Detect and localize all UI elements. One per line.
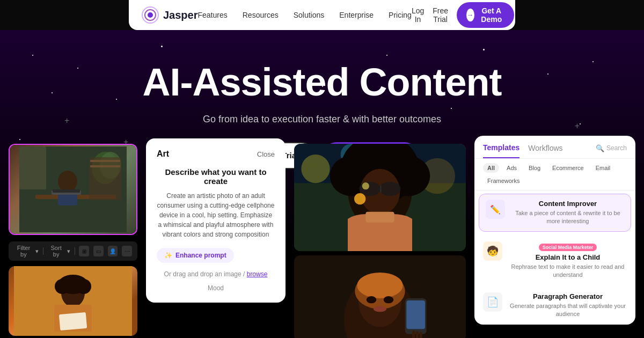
cards-row: Filter by ▾ Sort by ▾ ⊞ ▭ 👤 ⋯	[0, 144, 644, 338]
filter-blog[interactable]: Blog	[524, 163, 545, 173]
grid-icon[interactable]: ⊞	[79, 246, 89, 256]
svg-rect-12	[90, 160, 120, 162]
templates-header: Templates Workflows 🔍 Search	[474, 136, 635, 159]
navbar: Jasper Features Resources Solutions Ente…	[129, 0, 515, 30]
svg-point-46	[367, 296, 377, 303]
svg-point-45	[357, 273, 402, 298]
login-button[interactable]: Log In	[412, 6, 424, 24]
art-card-title: Art	[157, 149, 169, 159]
enhance-prompt-button[interactable]: ✨ Enhance prompt	[157, 248, 234, 263]
svg-point-47	[384, 296, 394, 303]
svg-point-20	[55, 279, 70, 294]
search-area[interactable]: 🔍 Search	[596, 144, 627, 158]
center-photo-woman-afro	[294, 144, 466, 251]
social-media-badge: Social Media Marketer	[539, 244, 597, 251]
svg-rect-13	[90, 165, 120, 167]
templates-panel: Templates Workflows 🔍 Search All Ads Blo…	[474, 136, 635, 325]
svg-rect-10	[53, 189, 80, 193]
svg-point-48	[374, 306, 386, 312]
template-explain-child[interactable]: 🧒 Social Media Marketer Explain It to a …	[474, 235, 635, 286]
svg-rect-39	[365, 212, 394, 223]
svg-rect-50	[406, 300, 425, 329]
center-photo-woman-phone	[294, 255, 466, 338]
nav-resources[interactable]: Resources	[243, 11, 279, 19]
hero-title: AI-Assisted Content	[0, 62, 644, 103]
filter-bar: All Ads Blog Ecommerce Email Frameworks	[474, 159, 635, 190]
svg-rect-11	[89, 157, 121, 200]
hero-section: + + + + + + AI-Assisted Content Go from …	[0, 30, 644, 338]
calendar-icon[interactable]: ▭	[93, 246, 104, 256]
paragraph-template-icon: 📄	[483, 292, 502, 312]
more-icon[interactable]: ⋯	[122, 246, 132, 256]
svg-point-38	[354, 193, 365, 204]
template-explain-child-text: Social Media Marketer Explain It to a Ch…	[509, 241, 627, 280]
toolbar-divider-1	[43, 247, 43, 255]
photo-toolbar: Filter by ▾ Sort by ▾ ⊞ ▭ 👤 ⋯	[9, 241, 137, 261]
arrow-icon: →	[466, 9, 474, 21]
wand-icon: ✨	[164, 252, 172, 259]
art-card-header: Art Close	[157, 149, 275, 159]
filter-all[interactable]: All	[483, 163, 499, 173]
logo[interactable]: Jasper	[142, 6, 198, 24]
free-trial-nav-button[interactable]: Free Trial	[433, 6, 448, 24]
svg-point-35	[379, 182, 401, 196]
art-card-mood-label: Mood	[157, 284, 275, 292]
tab-workflows[interactable]: Workflows	[528, 144, 562, 158]
stock-photo-woman-img	[9, 266, 137, 336]
search-icon: 🔍	[596, 144, 604, 152]
stock-column: Filter by ▾ Sort by ▾ ⊞ ▭ 👤 ⋯	[9, 144, 137, 336]
svg-rect-22	[59, 312, 87, 330]
navbar-actions: Log In Free Trial → Get A Demo	[412, 2, 514, 28]
svg-rect-14	[19, 146, 46, 189]
svg-point-21	[76, 279, 91, 294]
svg-point-2	[148, 12, 153, 18]
nav-solutions[interactable]: Solutions	[294, 11, 325, 19]
filter-email[interactable]: Email	[591, 163, 615, 173]
toolbar-divider-2	[75, 247, 75, 255]
template-paragraph-text: Paragraph Generator Generate paragraphs …	[509, 292, 627, 319]
browse-link[interactable]: browse	[247, 270, 268, 278]
center-photos	[294, 144, 466, 338]
stock-photo-man	[9, 144, 137, 235]
drag-drop-area[interactable]: Or drag and drop an image / browse	[157, 270, 275, 278]
stock-photo-woman	[9, 266, 137, 336]
hero-subtitle: Go from idea to execution faster & with …	[0, 114, 644, 125]
wand-template-icon: ✏️	[486, 200, 505, 219]
nav-features[interactable]: Features	[198, 11, 228, 19]
logo-text: Jasper	[163, 9, 198, 21]
filter-ads[interactable]: Ads	[502, 163, 521, 173]
nav-pricing[interactable]: Pricing	[389, 11, 412, 19]
get-demo-nav-button[interactable]: → Get A Demo	[457, 2, 514, 28]
svg-rect-36	[380, 185, 382, 192]
art-card: Art Close Describe what you want to crea…	[146, 138, 286, 303]
user-icon[interactable]: 👤	[108, 246, 118, 256]
navbar-links: Features Resources Solutions Enterprise …	[198, 11, 412, 19]
template-content-improver-text: Content Improver Take a piece of content…	[511, 200, 624, 226]
svg-point-7	[58, 171, 77, 192]
template-paragraph-generator[interactable]: 📄 Paragraph Generator Generate paragraph…	[474, 286, 635, 325]
art-prompt-label: Describe what you want to create	[157, 167, 275, 186]
filter-frameworks[interactable]: Frameworks	[483, 176, 524, 186]
art-prompt-text: Create an artistic photo of an adult con…	[157, 191, 275, 239]
template-content-improver[interactable]: ✏️ Content Improver Take a piece of cont…	[479, 194, 631, 232]
art-card-close-button[interactable]: Close	[257, 150, 275, 158]
nav-enterprise[interactable]: Enterprise	[339, 11, 374, 19]
svg-point-37	[362, 182, 369, 189]
svg-rect-53	[419, 332, 422, 338]
filter-by-btn[interactable]: Filter by ▾	[14, 245, 39, 258]
child-template-icon: 🧒	[483, 241, 502, 261]
svg-point-25	[301, 155, 330, 183]
svg-rect-51	[412, 330, 415, 338]
sort-by-btn[interactable]: Sort by ▾	[48, 245, 70, 258]
tab-templates[interactable]: Templates	[483, 143, 519, 158]
filter-ecommerce[interactable]: Ecommerce	[548, 163, 588, 173]
svg-rect-52	[416, 331, 419, 338]
